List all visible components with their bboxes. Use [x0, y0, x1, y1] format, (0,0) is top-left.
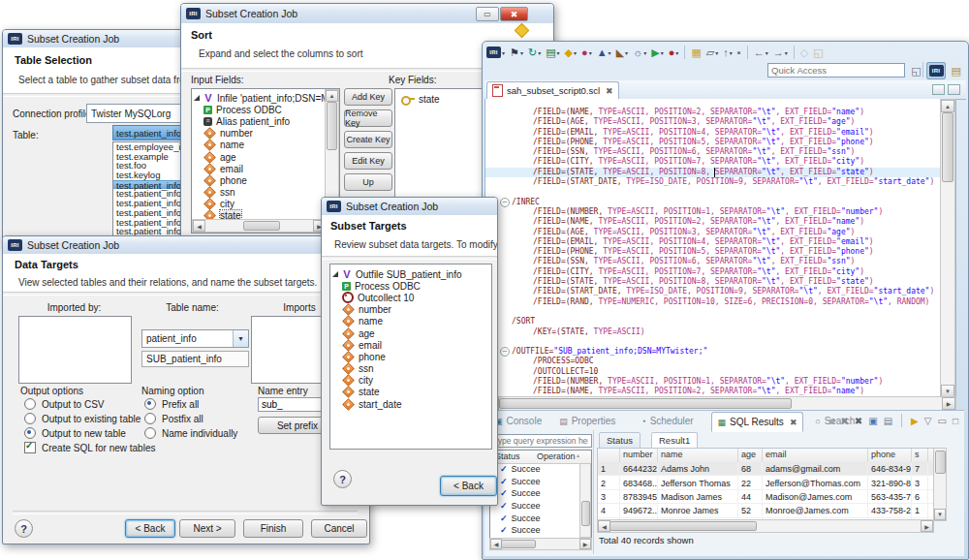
pin-editor-icon[interactable]: ◇: [798, 45, 810, 60]
result-row[interactable]: 4949672...Monroe James52Monroe@James.com…: [598, 504, 933, 517]
tree-item[interactable]: email: [192, 163, 327, 174]
code-line[interactable]: /FIELD=(START_DATE, TYPE=ISO_DATE, POSIT…: [485, 177, 941, 187]
new-table-name-field[interactable]: SUB_patient_info: [141, 351, 249, 367]
create-key-button[interactable]: Create Key: [344, 131, 392, 148]
up-button[interactable]: Up: [344, 173, 392, 191]
tree-item[interactable]: Outcollect 10: [330, 292, 489, 303]
radio-icon[interactable]: [144, 427, 156, 439]
lock-icon[interactable]: ▪: [735, 45, 743, 60]
result-column-header[interactable]: phone: [868, 449, 912, 462]
create-sql-checkbox[interactable]: Create SQL for new tables: [24, 442, 155, 453]
tree-item[interactable]: number: [330, 304, 489, 316]
code-line[interactable]: /FIELD=(NAME, TYPE=ASCII, POSITION=2, SE…: [485, 217, 941, 227]
edit-key-button[interactable]: Edit Key: [344, 152, 392, 170]
chevron-down-icon[interactable]: ▾: [766, 49, 768, 56]
code-line[interactable]: /FIELD=(EMAIL, TYPE=ASCII, POSITION=4, S…: [485, 128, 941, 138]
output-option[interactable]: Output to CSV: [24, 398, 104, 410]
imported-by-list[interactable]: [18, 316, 132, 384]
chevron-down-icon[interactable]: ▾: [557, 49, 560, 56]
close-tab-icon[interactable]: ✖: [606, 86, 613, 96]
chevron-down-icon[interactable]: ▾: [538, 49, 541, 56]
code-line[interactable]: /INREC: [485, 198, 941, 207]
iri-perspective-button[interactable]: IRI: [926, 62, 947, 79]
chevron-down-icon[interactable]: ▾: [785, 49, 788, 56]
tree-item[interactable]: city: [192, 199, 327, 210]
chevron-down-icon[interactable]: ▾: [643, 49, 646, 56]
code-line[interactable]: /FIELD=(RAND, TYPE=NUMERIC, POSITION=10,…: [485, 297, 941, 307]
remove-icon[interactable]: ✖: [840, 416, 848, 426]
protect-icon[interactable]: ◆▾: [563, 45, 578, 60]
close-tab-icon[interactable]: ✖: [790, 418, 797, 427]
expand-caret-icon[interactable]: [194, 95, 200, 101]
code-line[interactable]: /FIELD=(AGE, TYPE=ASCII, POSITION=3, SEP…: [485, 117, 941, 127]
editor-vscrollbar[interactable]: ▲ ▼: [940, 99, 955, 397]
mask-icon[interactable]: ●▾: [579, 45, 594, 60]
edit-icon[interactable]: ▱▾: [704, 45, 720, 60]
result-tab-result1[interactable]: Result1: [651, 432, 698, 449]
tree-item[interactable]: ssn: [192, 187, 327, 199]
radio-icon[interactable]: [24, 413, 36, 424]
result-table-header[interactable]: numbernameageemailphones: [598, 449, 933, 463]
maximize-view-icon[interactable]: [948, 84, 960, 95]
status-row[interactable]: ✓Succee: [490, 463, 581, 476]
result-column-header[interactable]: number: [620, 449, 658, 462]
chevron-down-icon[interactable]: ▾: [609, 49, 611, 56]
output-option[interactable]: Output to existing table: [24, 413, 141, 424]
tree-item[interactable]: city: [330, 375, 489, 387]
chart-icon[interactable]: ▲▾: [595, 45, 613, 60]
result-column-header[interactable]: s: [912, 449, 928, 462]
export-icon[interactable]: ↑▾: [721, 45, 735, 60]
tree-item[interactable]: number: [192, 128, 327, 140]
tree-item[interactable]: ≡Alias patient_info: [192, 115, 327, 127]
code-line[interactable]: /KEY=(STATE, TYPE=ASCII): [485, 327, 941, 337]
radio-icon[interactable]: [24, 427, 36, 439]
dialog-title-bar[interactable]: IRI Subset Creation Job: [3, 236, 369, 255]
link-editor-icon[interactable]: ◱: [811, 45, 825, 60]
code-line[interactable]: /FIELD=(PHONE, TYPE=ASCII, POSITION=5, S…: [485, 138, 941, 147]
open-file-icon[interactable]: ▦: [689, 45, 703, 60]
terminate-icon[interactable]: ■: [828, 416, 834, 426]
tree-hscrollbar[interactable]: ◀ ▶: [192, 219, 327, 233]
panel-tab-scheduler[interactable]: ◔Scheduler: [635, 412, 699, 430]
result-row[interactable]: 16644232Adams John68adams@gmail.com646-8…: [598, 462, 933, 476]
code-line[interactable]: /FIELD=(START_DATE, TYPE=ISO_DATE, POSIT…: [485, 287, 941, 296]
save-view-icon[interactable]: ▤: [884, 416, 892, 426]
close-button[interactable]: ✖: [500, 7, 528, 21]
code-line[interactable]: /OUTFILE="SUB_patient_info;DSN=MYTwister…: [485, 347, 941, 357]
pin-view-icon[interactable]: ▣: [868, 416, 877, 426]
code-line[interactable]: /FIELD=(SSN, TYPE=ASCII, POSITION=6, SEP…: [485, 147, 941, 157]
back-button[interactable]: < Back: [440, 476, 497, 496]
result-hscrollbar[interactable]: ◀ ▶: [597, 519, 934, 533]
name-entry-input[interactable]: [258, 397, 329, 412]
tree-item[interactable]: start_date: [330, 398, 489, 410]
output-option[interactable]: Output to new table: [24, 427, 126, 439]
settings-icon[interactable]: ☼▾: [631, 45, 648, 60]
code-line[interactable]: /FIELD=(NUMBER, TYPE=ASCII, POSITION=1, …: [485, 207, 941, 217]
status-list-header[interactable]: Status Operation ▴: [490, 451, 591, 464]
status-row[interactable]: ✓Succee: [490, 476, 581, 488]
naming-option[interactable]: Name individually: [144, 427, 237, 439]
tree-item[interactable]: email: [330, 339, 489, 351]
code-line[interactable]: /FIELD=(EMAIL, TYPE=ASCII, POSITION=4, S…: [485, 237, 941, 247]
query-expression-input[interactable]: [489, 434, 592, 448]
panel-tab-properties[interactable]: ▤Properties: [553, 412, 621, 430]
chevron-down-icon[interactable]: ▾: [574, 49, 577, 56]
chevron-down-icon[interactable]: ▾: [625, 49, 628, 56]
add-key-button[interactable]: Add Key: [344, 88, 392, 106]
status-row[interactable]: ✓Succee: [490, 524, 581, 537]
fold-collapse-icon[interactable]: –: [500, 198, 510, 207]
tree-item[interactable]: VOutfile SUB_patient_info: [330, 268, 489, 280]
code-line[interactable]: /FIELD=(NAME, TYPE=ASCII, POSITION=2, SE…: [485, 108, 941, 117]
code-line[interactable]: /FIELD=(PHONE, TYPE=ASCII, POSITION=5, S…: [485, 247, 941, 257]
status-row[interactable]: ✓Succee: [490, 487, 581, 500]
radio-icon[interactable]: [24, 398, 36, 410]
new-job-wizard-icon[interactable]: ⚑▾: [508, 45, 525, 60]
help-button[interactable]: ?: [15, 519, 33, 538]
minimize-view-icon[interactable]: [932, 84, 945, 95]
run-icon[interactable]: ▶▾: [649, 45, 665, 60]
help-button[interactable]: ?: [333, 470, 352, 488]
checkbox-icon[interactable]: [24, 442, 36, 453]
result-row[interactable]: 38783945Madison James44Madison@James.com…: [598, 490, 933, 504]
chevron-down-icon[interactable]: ▾: [730, 49, 733, 56]
pane-divider[interactable]: [593, 430, 594, 554]
